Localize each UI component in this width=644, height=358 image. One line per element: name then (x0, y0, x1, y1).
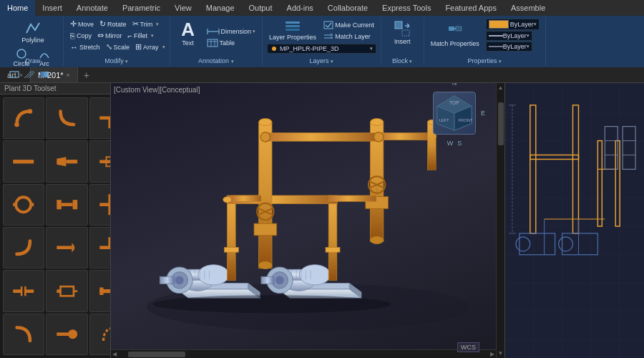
stretch-button[interactable]: ↔ Stretch (68, 42, 102, 52)
thumb-misc-1[interactable] (89, 314, 110, 355)
svg-rect-98 (259, 122, 272, 268)
thumb-elbow-1[interactable] (3, 97, 44, 139)
hatch-button[interactable] (22, 70, 36, 79)
svg-line-14 (326, 25, 328, 27)
thumb-elbow-4[interactable] (3, 314, 44, 355)
thumb-cross-1[interactable] (89, 184, 110, 226)
linetype-dropdown[interactable]: ByLayer ▾ (486, 31, 532, 41)
viewcube[interactable]: TOP LEFT FRONT WS N E (433, 92, 483, 142)
svg-rect-59 (99, 287, 103, 295)
thumb-nipple-1[interactable] (89, 270, 110, 311)
tab-collaborate[interactable]: Collaborate (321, 0, 375, 16)
tab-assemble[interactable]: Assemble (504, 0, 552, 16)
match-layer-button[interactable]: Match Layer (321, 32, 376, 42)
array-dropdown[interactable]: ▾ (162, 44, 165, 50)
thumb-elbow-2[interactable] (46, 97, 87, 139)
tab-output[interactable]: Output (242, 0, 280, 16)
fillet-dropdown[interactable]: ▾ (151, 33, 154, 39)
viewcube-inner[interactable]: TOP LEFT FRONT WS N E (433, 92, 476, 135)
trim-dropdown[interactable]: ▾ (156, 21, 159, 27)
svg-rect-101 (254, 223, 277, 236)
layer-dropdown[interactable]: MP_HPLR-PIPE_3D ▾ (267, 44, 376, 54)
thumb-coupling-1[interactable] (3, 184, 44, 226)
scroll-thumb-v[interactable] (498, 102, 504, 145)
svg-text:FRONT: FRONT (458, 118, 472, 122)
thumb-pipe-1[interactable] (3, 140, 44, 182)
svg-text:LEFT: LEFT (439, 118, 449, 122)
thumb-reducer-1[interactable] (46, 140, 87, 182)
svg-rect-92 (261, 276, 274, 284)
annotation-group: A Text Dimension ▾ Table Annotation ▾ (170, 17, 263, 66)
color-dropdown[interactable]: ByLayer ▾ (486, 19, 540, 30)
rotate-button[interactable]: ↻ Rotate (97, 19, 129, 29)
thumb-valve-1[interactable] (89, 140, 110, 182)
svg-point-107 (371, 119, 384, 126)
tab-add-ins[interactable]: Add-ins (280, 0, 321, 16)
move-button[interactable]: ✛ Move (68, 19, 96, 29)
trim-button[interactable]: ✂ Trim (130, 19, 155, 29)
fillet-button[interactable]: ⌐ Fillet (126, 31, 150, 41)
tab-featured-apps[interactable]: Featured Apps (438, 0, 504, 16)
text-button[interactable]: A Text (175, 19, 202, 48)
vertical-scrollbar[interactable]: ▲ ▼ (496, 83, 504, 358)
scroll-thumb-h[interactable] (128, 352, 185, 357)
thumb-tee-2[interactable] (89, 227, 110, 268)
copy-button[interactable]: ⎘ Copy (68, 31, 94, 41)
svg-rect-77 (228, 200, 236, 281)
right-panel (504, 83, 644, 358)
mirror-button[interactable]: ⇔ Mirror (95, 30, 125, 41)
viewport[interactable]: [Custom View][Conceptual] TOP LEFT FRONT… (111, 83, 504, 358)
svg-rect-10 (286, 21, 300, 24)
wcs-label[interactable]: WCS (457, 342, 479, 352)
thumb-bushing-1[interactable] (46, 270, 87, 311)
horizontal-scrollbar[interactable]: ◀ ▶ (111, 349, 496, 358)
table-button[interactable]: Table (205, 38, 258, 48)
rect-button[interactable] (7, 70, 21, 79)
thumb-flange-1[interactable] (46, 184, 87, 226)
tab-express-tools[interactable]: Express Tools (375, 0, 438, 16)
lineweight-dropdown[interactable]: ByLayer ▾ (486, 42, 532, 52)
gradient-button[interactable] (37, 70, 52, 79)
array-button[interactable]: ⊞ Array (133, 42, 161, 52)
scroll-right-arrow[interactable]: ▶ (489, 349, 496, 358)
svg-rect-13 (324, 21, 333, 29)
svg-point-31 (15, 122, 20, 127)
svg-point-91 (275, 276, 284, 285)
scroll-down-arrow[interactable]: ▼ (497, 349, 504, 358)
insert-button[interactable]: Insert (389, 19, 416, 47)
thumb-cap-1[interactable] (46, 227, 87, 268)
thumb-plug-1[interactable] (46, 314, 87, 355)
new-tab-button[interactable]: + (78, 68, 95, 82)
svg-point-120 (374, 132, 384, 142)
svg-rect-55 (60, 286, 73, 296)
thumb-elbow-3[interactable] (3, 227, 44, 268)
svg-rect-44 (72, 200, 77, 209)
tab-home[interactable]: Home (0, 0, 35, 16)
tab-manage[interactable]: Manage (199, 0, 242, 16)
svg-rect-36 (14, 160, 34, 163)
ribbon-tab-bar: Home Insert Annotate Parametric View Man… (0, 0, 644, 16)
svg-rect-131 (505, 84, 644, 357)
svg-rect-93 (328, 200, 337, 281)
polyline-button[interactable]: Polyline (19, 19, 47, 45)
tab-insert[interactable]: Insert (35, 0, 69, 16)
scroll-left-arrow[interactable]: ◀ (111, 349, 118, 358)
make-current-button[interactable]: Make Current (321, 20, 376, 30)
scroll-up-arrow[interactable]: ▲ (497, 83, 504, 92)
modify-group-label: Modify ▾ (104, 57, 128, 64)
thumb-union-1[interactable] (3, 270, 44, 311)
match-properties-button[interactable]: Match Properties (429, 19, 482, 52)
thumbnail-grid (0, 95, 110, 358)
layer-properties-button[interactable]: Layer Properties (267, 19, 318, 42)
tab-annotate[interactable]: Annotate (69, 0, 115, 16)
tab-view[interactable]: View (167, 0, 199, 16)
svg-rect-6 (208, 39, 218, 47)
thumb-tee-1[interactable] (89, 97, 110, 139)
dimension-button[interactable]: Dimension ▾ (205, 26, 258, 37)
ribbon: Polyline Circle Arc (0, 16, 644, 67)
tab-parametric[interactable]: Parametric (115, 0, 167, 16)
scale-button[interactable]: ⤡ Scale (104, 42, 132, 52)
close-m201-tab[interactable]: × (67, 72, 70, 79)
modify-group: ✛ Move ↻ Rotate ✂ Trim ▾ ⎘ Copy (64, 17, 170, 66)
left-panel: Plant 3D Toolset (0, 83, 111, 358)
